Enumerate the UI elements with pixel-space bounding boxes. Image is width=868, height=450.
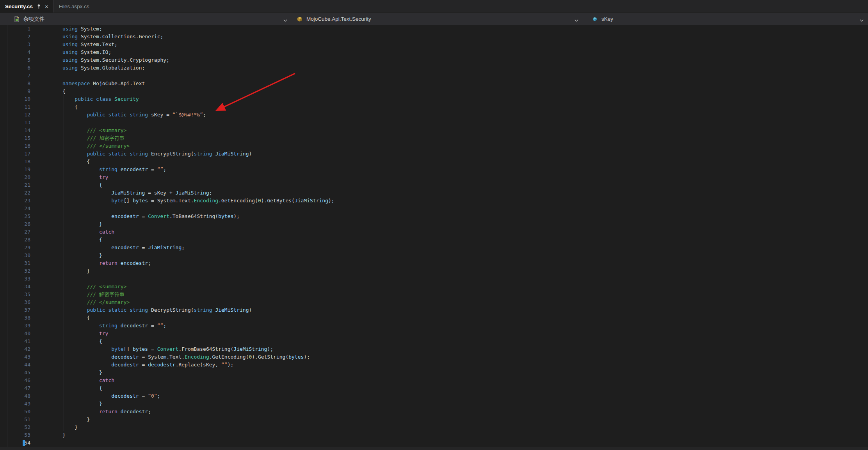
horizontal-scrollbar[interactable] xyxy=(0,447,868,450)
code-line[interactable]: 33 xyxy=(0,275,868,283)
code-line[interactable]: 17 public static string EncryptString(st… xyxy=(0,150,868,158)
code-line[interactable]: 29 encodestr = JiaMiString; xyxy=(0,244,868,252)
code-line[interactable]: 21 { xyxy=(0,181,868,189)
line-number[interactable]: 27 xyxy=(0,228,30,236)
code-line[interactable]: 18 { xyxy=(0,158,868,166)
line-number[interactable]: 34 xyxy=(0,283,30,291)
code-line[interactable]: 32 } xyxy=(0,267,868,275)
line-number[interactable]: 41 xyxy=(0,338,30,345)
line-number[interactable]: 48 xyxy=(0,392,30,400)
code-line[interactable]: 10 public class Security xyxy=(0,95,868,103)
code-line[interactable]: 14 /// <summary> xyxy=(0,127,868,134)
line-number[interactable]: 3 xyxy=(0,41,30,48)
code-line[interactable]: 25 encodestr = Convert.ToBase64String(by… xyxy=(0,212,868,220)
line-number[interactable]: 36 xyxy=(0,298,30,306)
line-number[interactable]: 53 xyxy=(0,431,30,439)
line-number[interactable]: 44 xyxy=(0,361,30,369)
line-number[interactable]: 1 xyxy=(0,25,30,33)
line-number[interactable]: 38 xyxy=(0,314,30,322)
code-line[interactable]: 50 return decodestr; xyxy=(0,408,868,416)
line-number[interactable]: 54 xyxy=(0,439,30,447)
line-number[interactable]: 21 xyxy=(0,181,30,189)
code-line[interactable]: 46 catch xyxy=(0,377,868,384)
line-number[interactable]: 35 xyxy=(0,291,30,298)
code-line[interactable]: 22 JiaMiString = sKey + JiaMiString; xyxy=(0,189,868,197)
code-line[interactable]: 54 xyxy=(0,439,868,447)
code-line[interactable]: 9{ xyxy=(0,88,868,95)
line-number[interactable]: 15 xyxy=(0,134,30,142)
code-line[interactable]: 12 public static string sKey = “`$@%#!*&… xyxy=(0,111,868,119)
code-line[interactable]: 47 { xyxy=(0,384,868,392)
code-line[interactable]: 20 try xyxy=(0,173,868,181)
code-line[interactable]: 27 catch xyxy=(0,228,868,236)
line-number[interactable]: 5 xyxy=(0,56,30,64)
code-line[interactable]: 39 string decodestr = “”; xyxy=(0,322,868,330)
line-number[interactable]: 42 xyxy=(0,345,30,353)
line-number[interactable]: 10 xyxy=(0,95,30,103)
code-line[interactable]: 35 /// 解密字符串 xyxy=(0,291,868,298)
line-number[interactable]: 6 xyxy=(0,64,30,72)
code-line[interactable]: 16 /// </summary> xyxy=(0,142,868,150)
line-number[interactable]: 2 xyxy=(0,33,30,41)
code-line[interactable]: 38 { xyxy=(0,314,868,322)
code-line[interactable]: 53} xyxy=(0,431,868,439)
type-dropdown[interactable]: MojoCube.Api.Text.Security xyxy=(297,13,583,25)
line-number[interactable]: 17 xyxy=(0,150,30,158)
line-number[interactable]: 19 xyxy=(0,166,30,173)
line-number[interactable]: 43 xyxy=(0,353,30,361)
code-line[interactable]: 40 try xyxy=(0,330,868,338)
code-line[interactable]: 30 } xyxy=(0,252,868,259)
line-number[interactable]: 52 xyxy=(0,423,30,431)
code-line[interactable]: 44 decodestr = decodestr.Replace(sKey, “… xyxy=(0,361,868,369)
code-line[interactable]: 7 xyxy=(0,72,868,80)
line-number[interactable]: 20 xyxy=(0,173,30,181)
line-number[interactable]: 51 xyxy=(0,416,30,423)
code-line[interactable]: 41 { xyxy=(0,338,868,345)
line-number[interactable]: 23 xyxy=(0,197,30,205)
code-line[interactable]: 8namespace MojoCube.Api.Text xyxy=(0,80,868,88)
line-number[interactable]: 13 xyxy=(0,119,30,127)
tab-security-cs[interactable]: Security.cs × xyxy=(0,0,53,12)
code-line[interactable]: 26 } xyxy=(0,220,868,228)
code-line[interactable]: 36 /// </summary> xyxy=(0,298,868,306)
line-number[interactable]: 8 xyxy=(0,80,30,88)
line-number[interactable]: 32 xyxy=(0,267,30,275)
line-number[interactable]: 14 xyxy=(0,127,30,134)
line-number[interactable]: 7 xyxy=(0,72,30,80)
close-icon[interactable]: × xyxy=(45,4,48,9)
code-line[interactable]: 1using System; xyxy=(0,25,868,33)
line-number[interactable]: 22 xyxy=(0,189,30,197)
line-number[interactable]: 11 xyxy=(0,103,30,111)
line-number[interactable]: 28 xyxy=(0,236,30,244)
code-line[interactable]: 28 { xyxy=(0,236,868,244)
line-number[interactable]: 33 xyxy=(0,275,30,283)
line-number[interactable]: 25 xyxy=(0,212,30,220)
line-number[interactable]: 46 xyxy=(0,377,30,384)
code-line[interactable]: 24 xyxy=(0,205,868,212)
line-number[interactable]: 18 xyxy=(0,158,30,166)
code-line[interactable]: 4using System.IO; xyxy=(0,48,868,56)
tab-files-aspx-cs[interactable]: Files.aspx.cs xyxy=(53,0,94,12)
member-dropdown[interactable]: sKey xyxy=(592,13,868,25)
pin-icon[interactable] xyxy=(36,4,41,9)
code-line[interactable]: 31 return encodestr; xyxy=(0,259,868,267)
code-line[interactable]: 48 decodestr = “0”; xyxy=(0,392,868,400)
line-number[interactable]: 45 xyxy=(0,369,30,377)
code-line[interactable]: 37 public static string DecryptString(st… xyxy=(0,306,868,314)
code-line[interactable]: 34 /// <summary> xyxy=(0,283,868,291)
line-number[interactable]: 4 xyxy=(0,48,30,56)
code-line[interactable]: 49 } xyxy=(0,400,868,408)
line-number[interactable]: 47 xyxy=(0,384,30,392)
code-line[interactable]: 51 } xyxy=(0,416,868,423)
code-line[interactable]: 11 { xyxy=(0,103,868,111)
line-number[interactable]: 37 xyxy=(0,306,30,314)
code-line[interactable]: 45 } xyxy=(0,369,868,377)
line-number[interactable]: 26 xyxy=(0,220,30,228)
code-line[interactable]: 3using System.Text; xyxy=(0,41,868,48)
line-number[interactable]: 12 xyxy=(0,111,30,119)
line-number[interactable]: 50 xyxy=(0,408,30,416)
line-number[interactable]: 49 xyxy=(0,400,30,408)
code-line[interactable]: 2using System.Collections.Generic; xyxy=(0,33,868,41)
code-line[interactable]: 52 } xyxy=(0,423,868,431)
code-line[interactable]: 5using System.Security.Cryptography; xyxy=(0,56,868,64)
